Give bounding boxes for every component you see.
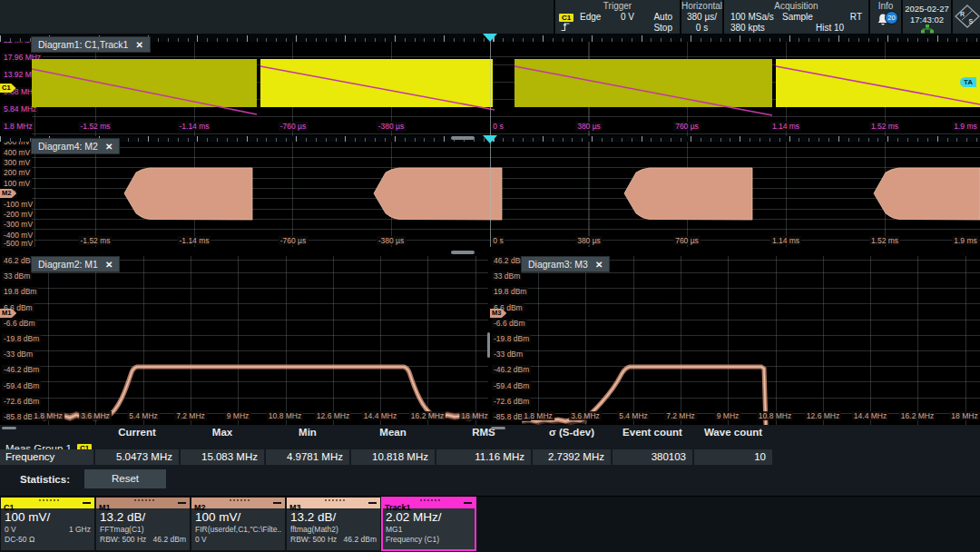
svg-text:R: R	[960, 11, 965, 17]
meas-column-header: Mean	[379, 427, 406, 438]
signal-tile-m2[interactable]: M2 100 mV/ FIR(userdef,C1,"C:\Filte... 0…	[191, 498, 285, 550]
acquisition-record-length: 380 kpts	[730, 23, 765, 33]
splitter-handle-2[interactable]	[451, 251, 475, 254]
trigger-section[interactable]: Trigger C1 Edge 0 V Auto Stop	[554, 0, 680, 34]
m2-channel-marker[interactable]: M2	[0, 189, 16, 198]
m3-reflevel: 46.2 dBm	[344, 535, 377, 545]
signal-tile-track1-header[interactable]: Track1	[382, 498, 475, 508]
trigger-position-marker-2[interactable]	[483, 135, 497, 143]
drag-grip-icon[interactable]	[420, 499, 440, 501]
diagram1-tab[interactable]: Diagram1: C1,Track1 ✕	[32, 37, 150, 52]
diagram4-y-label: -300 mV	[2, 220, 34, 229]
signal-tile-track1[interactable]: Track1 2.02 MHz/ MG1 Frequency (C1)	[382, 498, 475, 550]
trigger-level: 0 V	[621, 12, 634, 22]
horizontal-section[interactable]: Horizontal 380 µs/ 0 s	[680, 0, 722, 34]
m3-channel-marker[interactable]: M3	[490, 309, 506, 318]
drag-grip-icon[interactable]	[134, 499, 154, 501]
minimize-icon[interactable]	[464, 502, 472, 504]
diagram4-close-icon[interactable]: ✕	[105, 142, 113, 152]
diagram3-tab-label: Diagram3: M3	[528, 259, 588, 270]
diagram4-y-label: -100 mV	[2, 200, 34, 209]
diagram4-y-label: 100 mV	[2, 179, 32, 188]
diagram4-waveform	[32, 138, 980, 247]
trigger-source-badge: C1	[559, 14, 573, 22]
notification-count-badge: 20	[885, 11, 898, 25]
meas-column-header: Current	[118, 427, 156, 438]
trigger-section-title: Trigger	[555, 1, 680, 11]
diagram2-y-label: -33 dBm	[2, 350, 34, 359]
signal-tile-track1-id: Track1	[382, 503, 411, 512]
track1-measurement: Frequency (C1)	[386, 535, 439, 545]
top-status-bar: Trigger C1 Edge 0 V Auto Stop Horizontal…	[0, 0, 980, 34]
c1-channel-marker[interactable]: C1	[0, 84, 16, 93]
meas-column-header: Wave count	[704, 427, 762, 438]
meas-column-header: Event count	[622, 427, 682, 438]
measurement-row[interactable]: Frequency 5.0473 MHz 15.083 MHz 4.9781 M…	[0, 449, 772, 465]
splitter-handle-vertical[interactable]	[487, 332, 490, 358]
splitter-handle-1[interactable]	[451, 136, 475, 140]
signal-tile-m3-header[interactable]: M3	[287, 498, 380, 508]
splitter-handle-3[interactable]	[2, 427, 16, 429]
rs-logo: R S	[954, 5, 980, 28]
drag-grip-icon[interactable]	[325, 499, 345, 501]
m1-channel-marker[interactable]: M1	[0, 309, 16, 318]
meas-column-header: Min	[299, 427, 317, 438]
signal-tile-m1[interactable]: M1 13.2 dB/ FFTmag(C1) RBW: 500 Hz46.2 d…	[96, 498, 190, 550]
signal-tile-c1-header[interactable]: C1	[1, 498, 94, 508]
meas-column-header: σ (S-dev)	[549, 427, 594, 438]
m1-scale: 13.2 dB/	[100, 509, 186, 525]
diagram4-y-label: 400 mV	[2, 148, 32, 157]
signal-tile-m1-header[interactable]: M1	[96, 498, 190, 508]
signal-tile-c1-id: C1	[1, 503, 15, 512]
trigger-type: Edge	[580, 12, 601, 22]
diagram4-y-label: 200 mV	[2, 168, 32, 177]
minimize-icon[interactable]	[83, 502, 91, 504]
m1-expression: FFTmag(C1)	[100, 525, 144, 535]
info-section[interactable]: Info 20	[868, 0, 901, 34]
minimize-icon[interactable]	[368, 502, 377, 504]
m3-expression: fftmag(Math2)	[290, 525, 338, 535]
acquisition-section[interactable]: Acquisition 100 MSa/s Sample RT 380 kpts…	[722, 0, 868, 34]
m3-scale: 13.2 dB/	[290, 509, 377, 525]
meas-column-header: Max	[212, 427, 232, 438]
c1-coupling: DC-50 Ω	[5, 535, 34, 545]
signal-tile-m3[interactable]: M3 13.2 dB/ fftmag(Math2) RBW: 500 Hz46.…	[287, 498, 380, 550]
m3-rbw: RBW: 500 Hz	[290, 535, 337, 545]
minimize-icon[interactable]	[178, 502, 186, 504]
diagram2-tab[interactable]: Diagram2: M1 ✕	[32, 257, 119, 271]
diagram3-spectrum	[522, 256, 980, 425]
signal-tile-m3-id: M3	[287, 503, 301, 512]
signal-tile-m1-id: M1	[96, 503, 111, 512]
diagram2-close-icon[interactable]: ✕	[105, 260, 113, 270]
trigger-state: Stop	[653, 23, 672, 33]
diagram4-y-label: -400 mV	[2, 231, 34, 240]
statistics-reset-button[interactable]: Reset	[84, 469, 166, 488]
svg-text:S: S	[969, 18, 974, 25]
acquisition-history: Hist 10	[816, 23, 844, 33]
diagram4-tab[interactable]: Diagram4: M2 ✕	[32, 139, 119, 153]
diagram3-close-icon[interactable]: ✕	[595, 260, 603, 270]
signal-tile-c1[interactable]: C1 100 mV/ 0 V1 GHz DC-50 Ω	[1, 498, 94, 550]
meas-min: 4.9781 MHz	[266, 449, 349, 465]
minimize-icon[interactable]	[273, 502, 281, 504]
diagram4-y-label: 300 mV	[2, 158, 32, 167]
brand-logo-section: R S	[951, 0, 980, 34]
statistics-label: Statistics:	[20, 474, 70, 485]
diagram1-waveform	[32, 42, 980, 136]
trigger-ta-badge: TA	[960, 77, 976, 87]
diagram3-tab[interactable]: Diagram3: M3 ✕	[522, 257, 609, 271]
measurement-headers: CurrentMaxMinMeanRMSσ (S-dev)Event count…	[0, 427, 980, 441]
drag-grip-icon[interactable]	[230, 499, 250, 501]
track1-source-group: MG1	[386, 525, 402, 535]
time-label: 17:43:02	[903, 15, 951, 25]
signal-tile-m2-header[interactable]: M2	[191, 498, 285, 508]
drag-grip-icon[interactable]	[39, 499, 59, 501]
diagram3-y-label: 33 dBm	[492, 271, 522, 281]
horizontal-scale: 380 µs/	[687, 12, 717, 22]
diagram1-close-icon[interactable]: ✕	[135, 40, 142, 50]
trigger-position-marker[interactable]	[483, 34, 497, 42]
c1-offset: 0 V	[5, 525, 16, 535]
meas-current: 5.0473 MHz	[95, 449, 179, 465]
splitter-handle-4[interactable]	[491, 427, 505, 429]
meas-mean: 10.818 MHz	[351, 449, 435, 465]
